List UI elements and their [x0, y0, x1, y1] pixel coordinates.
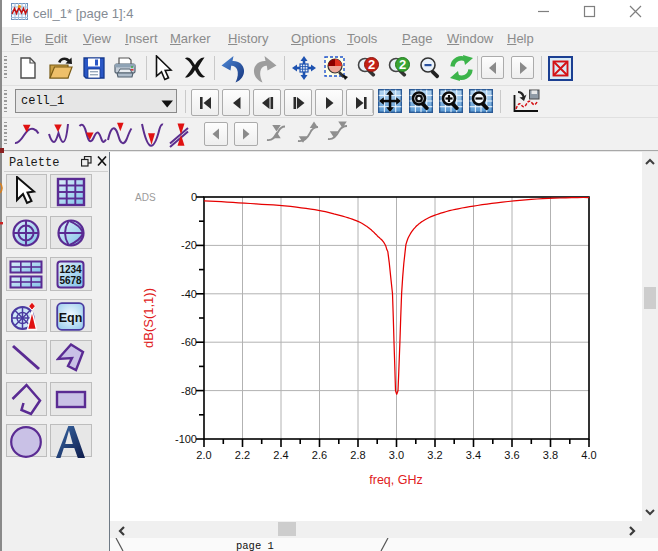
svg-text:5678: 5678: [60, 275, 83, 286]
svg-text:dB(S(1,1)): dB(S(1,1)): [141, 288, 156, 348]
svg-text:2: 2: [368, 57, 375, 72]
svg-text:2.0: 2.0: [196, 449, 211, 461]
svg-text:-40: -40: [181, 288, 197, 300]
svg-text:-100: -100: [175, 433, 197, 445]
svg-text:3.8: 3.8: [543, 449, 558, 461]
svg-text:page 1: page 1: [236, 540, 274, 551]
svg-text:0: 0: [191, 191, 197, 203]
svg-text:-20: -20: [181, 239, 197, 251]
svg-text:Eqn: Eqn: [59, 310, 83, 324]
svg-text:2.6: 2.6: [312, 449, 327, 461]
svg-text:4.0: 4.0: [581, 449, 596, 461]
svg-text:2: 2: [399, 57, 406, 72]
svg-text:3.6: 3.6: [504, 449, 519, 461]
svg-text:3.2: 3.2: [427, 449, 442, 461]
svg-text:3.0: 3.0: [389, 449, 404, 461]
svg-text:-60: -60: [181, 336, 197, 348]
svg-text:3.4: 3.4: [466, 449, 481, 461]
svg-text:freq, GHz: freq, GHz: [369, 473, 423, 487]
svg-text:2.4: 2.4: [273, 449, 288, 461]
svg-text:-80: -80: [181, 385, 197, 397]
svg-text:2.8: 2.8: [350, 449, 365, 461]
svg-text:1234: 1234: [60, 264, 83, 275]
svg-text:ADS: ADS: [135, 192, 156, 203]
svg-text:2.2: 2.2: [235, 449, 250, 461]
